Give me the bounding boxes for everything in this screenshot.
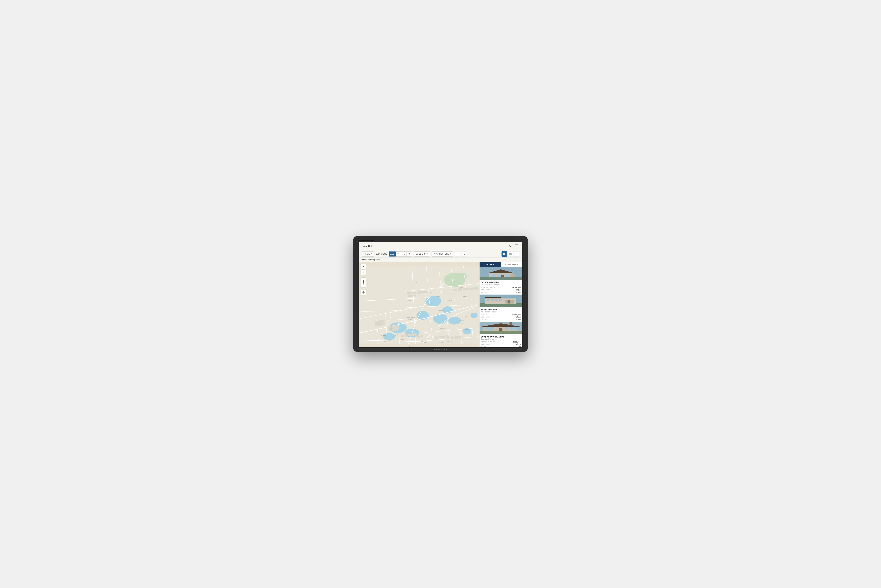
svg-point-118 <box>363 282 364 283</box>
svg-text:Doglan: Doglan <box>465 316 468 317</box>
svg-rect-96 <box>395 325 398 328</box>
search-icon[interactable] <box>509 244 512 248</box>
svg-point-18 <box>456 273 467 280</box>
architecture-filter[interactable]: ARCHITECTURE ▼ <box>431 252 453 256</box>
svg-rect-109 <box>442 336 445 338</box>
svg-rect-82 <box>412 295 416 296</box>
svg-rect-144 <box>486 327 489 330</box>
beds-label-2: BEDS/BATH <box>481 316 500 318</box>
svg-rect-136 <box>495 299 498 301</box>
svg-rect-97 <box>388 329 391 331</box>
compass-btn[interactable] <box>361 278 366 287</box>
svg-rect-113 <box>458 336 461 338</box>
bed-5-btn[interactable]: +5 <box>401 252 406 256</box>
svg-rect-147 <box>510 327 513 330</box>
zoom-in-btn[interactable]: + <box>361 264 366 269</box>
svg-rect-99 <box>395 328 398 330</box>
main-content: Dausset St Seck Way Kucher Way Briggle S… <box>359 262 522 347</box>
svg-rect-88 <box>375 321 378 323</box>
beds-label-1: BEDS/BATH <box>481 289 500 291</box>
result-count: 200 <box>362 259 365 261</box>
zoom-out-btn[interactable]: − <box>361 270 366 275</box>
price-filter[interactable]: PRICE ▼ <box>362 252 374 256</box>
layers-btn[interactable] <box>361 290 366 295</box>
sqft-label-3: SQ FT <box>481 346 500 347</box>
svg-point-20 <box>416 311 429 320</box>
property-builder-2: Fox Custom Homes <box>481 311 520 313</box>
property-name-1: 3429 Shady Hill Dr <box>481 281 520 284</box>
svg-point-0 <box>510 244 511 246</box>
svg-line-1 <box>511 246 512 247</box>
svg-rect-139 <box>486 297 501 298</box>
svg-rect-100 <box>401 335 404 337</box>
svg-rect-91 <box>375 324 378 326</box>
tab-home-sites[interactable]: HOME SITES <box>501 262 522 267</box>
svg-rect-107 <box>435 336 438 339</box>
svg-rect-11 <box>510 254 510 255</box>
svg-rect-124 <box>492 274 496 277</box>
svg-text:Doh...: Doh... <box>424 342 427 343</box>
tab-homes[interactable]: HOMES <box>480 262 501 267</box>
menu-icon[interactable] <box>515 244 518 248</box>
svg-point-26 <box>383 333 395 340</box>
beds-value-3: 4 / 3.5 <box>502 344 521 345</box>
property-details-3: 1002 Valley View Drive Crowder Homes STA… <box>480 334 522 347</box>
svg-text:Pinder St: Pinder St <box>409 319 412 320</box>
map-area[interactable]: Dausset St Seck Way Kucher Way Briggle S… <box>359 262 480 347</box>
property-card-1[interactable]: 3429 Shady Hill Dr Zingraff Custom Homes… <box>480 267 522 295</box>
grid-view-btn[interactable] <box>508 251 513 257</box>
laptop-base: MacBook Pro <box>358 348 523 352</box>
svg-rect-7 <box>503 254 504 255</box>
list-view-btn[interactable] <box>514 251 519 257</box>
sqft-label-1: SQ FT <box>481 291 500 293</box>
svg-rect-92 <box>378 323 382 326</box>
app-logo: THEXO <box>363 244 371 248</box>
bed-all-btn[interactable]: ALL <box>389 252 395 256</box>
svg-rect-134 <box>487 299 490 301</box>
price-value-1: $4,705,000 <box>502 286 521 289</box>
property-image-1 <box>480 267 522 280</box>
architecture-arrow: ▼ <box>450 253 451 255</box>
svg-rect-8 <box>504 253 505 255</box>
results-bar: 200 of 235 Properties <box>359 258 522 262</box>
filter-bar: PRICE ▼ BEDROOMS ALL +4 +5 +6 BUILDERS ▼… <box>359 250 522 258</box>
svg-rect-77 <box>407 292 411 294</box>
builders-filter[interactable]: BUILDERS ▼ <box>414 252 430 256</box>
svg-rect-81 <box>409 295 412 297</box>
builders-arrow: ▼ <box>426 253 428 255</box>
svg-rect-141 <box>480 331 522 334</box>
beds-label-3: BEDS/BATH <box>481 344 500 345</box>
svg-marker-117 <box>363 282 364 285</box>
svg-rect-110 <box>446 336 449 338</box>
refresh-icon-btn[interactable] <box>455 251 460 257</box>
map-controls: + − <box>361 264 366 295</box>
svg-rect-89 <box>378 320 382 323</box>
svg-text:Briggle St: Briggle St <box>415 282 419 283</box>
property-name-2: 6452 Clear View <box>481 308 520 311</box>
result-label: Properties <box>371 259 380 261</box>
svg-point-23 <box>448 317 461 324</box>
svg-rect-83 <box>453 289 457 291</box>
svg-rect-95 <box>392 326 395 328</box>
svg-rect-105 <box>417 336 420 338</box>
svg-rect-12 <box>511 254 511 255</box>
bed-6-btn[interactable]: +6 <box>406 252 412 256</box>
svg-rect-111 <box>451 336 454 339</box>
header-icons <box>509 244 518 248</box>
property-name-3: 1002 Valley View Drive <box>481 336 520 338</box>
svg-rect-10 <box>511 253 511 254</box>
svg-text:Tavistock Lakes Blvd: Tavistock Lakes Blvd <box>407 317 415 318</box>
builders-label: BUILDERS <box>416 253 425 255</box>
property-card-2[interactable]: 6452 Clear View Fox Custom Homes STARTIN… <box>480 295 522 322</box>
property-stats-2: STARTING PRICE $1,355,000 BEDS/BATH 6 / … <box>481 314 520 320</box>
svg-text:Lower Perse Cr: Lower Perse Cr <box>380 335 386 336</box>
bed-4-btn[interactable]: +4 <box>395 252 401 256</box>
map-view-btn[interactable] <box>502 251 507 257</box>
bedroom-filter-group: ALL +4 +5 +6 <box>389 252 412 256</box>
svg-rect-78 <box>412 292 416 294</box>
search-map-icon-btn[interactable] <box>462 251 467 257</box>
svg-rect-98 <box>392 328 395 331</box>
property-card-3[interactable]: 1002 Valley View Drive Crowder Homes STA… <box>480 322 522 347</box>
property-builder-1: Zingraff Custom Homes <box>481 284 520 286</box>
svg-rect-85 <box>463 288 468 290</box>
